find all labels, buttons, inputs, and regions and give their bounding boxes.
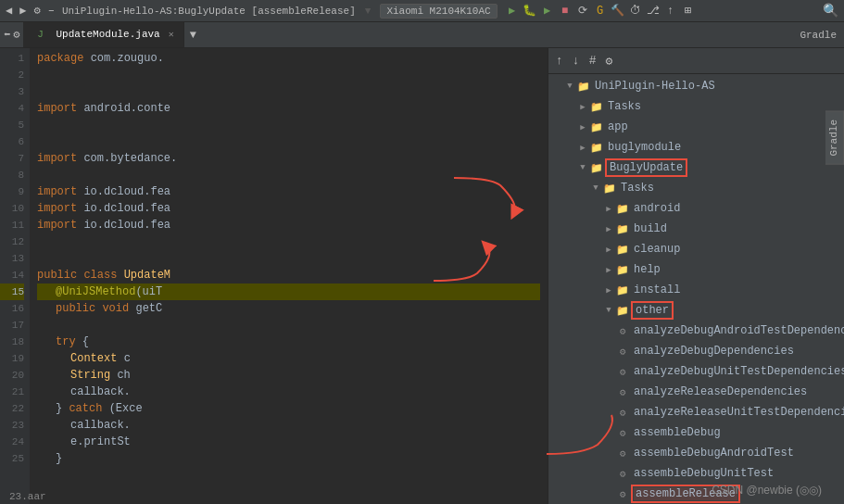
gradle-tree-item-task-7[interactable]: ⚙ assembleDebugAndroidTest [548,443,844,463]
task-gear-icon: ⚙ [615,344,630,359]
tab-updatemodule[interactable]: J UpdateModule.java ✕ [23,22,183,47]
tree-toggle-icon: ▶ [602,263,615,276]
gradle-tree-item-other[interactable]: ▼ 📁 other [548,300,844,321]
tab-bar: ⬅ ⚙ J UpdateModule.java ✕ ▼ Gradle [0,22,844,48]
gradle-tree-item-app[interactable]: ▶ 📁 app [548,117,844,137]
task-gear-icon: ⚙ [615,405,630,420]
gradle-tree-item-task-3[interactable]: ⚙ analyzeDebugUnitTestDependencies [548,361,844,382]
tab-nav-left[interactable]: ⬅ [4,28,10,42]
folder-icon: 📁 [615,242,630,257]
gradle-refresh-btn[interactable]: ↑ [554,52,565,69]
gradle-tree-item-uniplugin[interactable]: ▼ 📁 UniPlugin-Hello-AS [548,76,844,96]
gradle-toolbar: ↑ ↓ # ⚙ [548,48,844,74]
top-bar-icon-forward[interactable]: ▶ [19,4,26,18]
gradle-tree-item-install[interactable]: ▶ 📁 install [548,280,844,300]
gradle-tree-item-cleanup[interactable]: ▶ 📁 cleanup [548,239,844,259]
tab-settings-icon[interactable]: ⚙ [13,28,19,42]
gradle-tree-item-task-1[interactable]: ⚙ analyzeDebugAndroidTestDependencies [548,321,844,341]
tree-item-label: UniPlugin-Hello-AS [595,80,715,93]
tree-item-label: analyzeDebugUnitTestDependencies [634,365,844,378]
tree-item-label: assembleDebugAndroidTest [634,447,794,460]
tree-toggle-icon: ▶ [602,284,615,296]
tree-toggle-icon: ▼ [576,161,589,174]
tree-item-label: android [634,202,680,215]
minus-icon[interactable]: – [48,5,55,18]
code-area: 12345 678910 11121314 15 1617181920 2122… [0,48,548,504]
java-file-icon: J [32,27,47,42]
tree-item-label: install [634,284,680,296]
gradle-link-btn[interactable]: # [587,52,598,69]
gradle-tree-item-build[interactable]: ▶ 📁 build [548,219,844,239]
build-button[interactable]: 🔨 [611,4,625,19]
folder-icon: 📁 [589,99,604,114]
gradle-tree-item-tasks-root[interactable]: ▶ 📁 Tasks [548,96,844,117]
task-gear-icon: ⚙ [615,466,630,481]
tree-item-label: analyzeDebugDependencies [634,345,794,358]
tree-toggle-icon: ▶ [576,141,589,154]
device-selector[interactable]: Xiaomi M2104K10AC [380,4,497,19]
folder-icon: 📁 [576,79,591,94]
top-bar: ◀ ▶ ⚙ – UniPlugin-Hello-AS:BuglyUpdate [… [0,0,844,22]
vcs-button[interactable]: ⎇ [646,4,661,19]
gradle-tree-item-task-8[interactable]: ⚙ assembleDebugUnitTest [548,463,844,484]
debug-button[interactable]: 🐛 [523,4,537,19]
tree-item-label: analyzeReleaseDependencies [634,385,807,398]
tree-toggle-icon: ▼ [589,182,602,195]
folder-icon: 📁 [602,181,617,195]
git-button[interactable]: ↑ [663,4,678,19]
folder-icon: 📁 [615,303,630,318]
tree-item-label: analyzeDebugAndroidTestDependencies [634,324,844,337]
gradle-label: Gradle [800,30,837,41]
line-numbers: 12345 678910 11121314 15 1617181920 2122… [0,48,30,504]
profile-button[interactable]: ⏱ [628,4,643,19]
tree-toggle-icon: ▶ [602,222,615,235]
task-gear-icon: ⚙ [615,425,630,440]
task-gear-icon: ⚙ [615,384,630,399]
bottom-file-indicator: 23.aar [9,489,46,504]
folder-icon: 📁 [589,140,604,155]
folder-icon: 📁 [615,221,630,236]
gradle-tree-item-android[interactable]: ▶ 📁 android [548,198,844,219]
search-button[interactable]: 🔍 [823,3,838,19]
gradle-tree-item-task-6[interactable]: ⚙ assembleDebug [548,422,844,443]
tree-item-label: assembleDebugUnitTest [634,467,774,480]
run-button[interactable]: ▶ [505,4,520,19]
gradle-side-tab[interactable]: Gradle [825,111,844,165]
task-gear-icon: ⚙ [615,486,630,501]
coverage-button[interactable]: ▶ [540,4,555,19]
tree-toggle-icon: ▶ [602,202,615,215]
gradle-tree-item-buglymodule[interactable]: ▶ 📁 buglymodule [548,137,844,158]
watermark: CSDN @newbie (◎◎) [712,484,822,497]
task-gear-icon: ⚙ [615,446,630,460]
tree-item-label: BuglyUpdate [608,161,685,174]
tree-item-label: buglymodule [608,141,681,154]
tree-item-label: build [634,222,667,235]
folder-icon: 📁 [589,120,604,134]
top-bar-icon-back[interactable]: ◀ [6,4,12,18]
gradle-tree-item-task-2[interactable]: ⚙ analyzeDebugDependencies [548,341,844,361]
gradle-expand-btn[interactable]: ↓ [571,52,582,69]
tree-item-label: app [608,120,628,133]
gradle-tree-item-buglyupdate-tasks[interactable]: ▼ 📁 Tasks [548,178,844,198]
gradle-tree-item-help[interactable]: ▶ 📁 help [548,259,844,280]
gradle-settings-btn[interactable]: ⚙ [603,52,614,70]
tab-label: UpdateModule.java [56,29,159,40]
gradle-tree-item-task-4[interactable]: ⚙ analyzeReleaseDependencies [548,382,844,402]
tree-item-label: help [634,263,661,276]
tree-toggle-icon: ▶ [602,243,615,256]
stop-button[interactable]: ■ [558,4,573,19]
settings-icon[interactable]: ⚙ [33,4,40,18]
tab-dropdown-btn[interactable]: ▼ [184,22,202,47]
task-gear-icon: ⚙ [615,364,630,379]
gradle-button[interactable]: G [593,4,608,19]
gradle-tree[interactable]: ▼ 📁 UniPlugin-Hello-AS ▶ 📁 Tasks ▶ 📁 app… [548,74,844,504]
tree-toggle-icon: ▼ [602,304,615,317]
tab-close-icon[interactable]: ✕ [169,29,174,40]
folder-icon: 📁 [615,201,630,216]
gradle-tree-item-buglyupdate[interactable]: ▼ 📁 BuglyUpdate [548,158,844,178]
tree-item-label: Tasks [608,100,641,113]
terminal-button[interactable]: ⊞ [681,4,696,19]
sync-button[interactable]: ⟳ [575,4,590,19]
task-gear-icon: ⚙ [615,323,630,338]
gradle-tree-item-task-5[interactable]: ⚙ analyzeReleaseUnitTestDependencies [548,402,844,422]
